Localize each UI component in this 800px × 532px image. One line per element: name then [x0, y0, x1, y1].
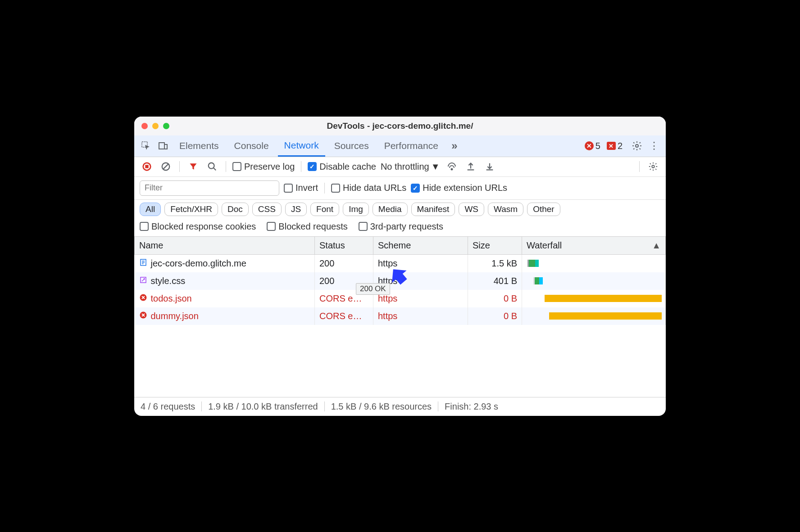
tab-sources[interactable]: Sources	[328, 135, 375, 157]
request-name: todos.json	[151, 293, 192, 304]
hide-extension-urls-label: Hide extension URLs	[423, 183, 507, 193]
export-har-icon[interactable]	[464, 159, 478, 174]
request-status: 200	[315, 254, 373, 272]
status-finish: Finish: 2.93 s	[445, 401, 498, 412]
tab-elements[interactable]: Elements	[173, 135, 225, 157]
window-titlebar: DevTools - jec-cors-demo.glitch.me/	[134, 117, 666, 135]
type-chip-font[interactable]: Font	[310, 203, 339, 216]
error-count-badge[interactable]: ✕ 5	[585, 141, 600, 151]
more-tabs-icon[interactable]: »	[447, 139, 462, 153]
svg-point-10	[451, 169, 452, 170]
status-requests: 4 / 6 requests	[141, 401, 195, 412]
type-chip-manifest[interactable]: Manifest	[411, 203, 455, 216]
network-toolbar: Preserve log Disable cache No throttling…	[134, 157, 666, 177]
request-scheme: https	[373, 307, 468, 325]
disable-cache-label: Disable cache	[319, 162, 376, 172]
file-icon	[139, 258, 147, 269]
tab-console[interactable]: Console	[228, 135, 275, 157]
network-conditions-icon[interactable]	[445, 159, 459, 174]
type-chip-all[interactable]: All	[140, 203, 161, 216]
type-chip-other[interactable]: Other	[527, 203, 560, 216]
blocked-response-cookies-checkbox[interactable]: Blocked response cookies	[140, 221, 256, 232]
additional-filters: Blocked response cookies Blocked request…	[134, 219, 666, 237]
request-row[interactable]: dummy.jsonCORS e…https0 B	[135, 307, 666, 325]
column-header-scheme[interactable]: Scheme	[373, 237, 468, 255]
invert-checkbox[interactable]: Invert	[284, 183, 318, 193]
svg-rect-2	[164, 144, 167, 149]
error-icon	[139, 311, 147, 321]
throttling-value: No throttling	[381, 162, 429, 172]
third-party-requests-label: 3rd-party requests	[370, 221, 443, 232]
svg-line-7	[163, 164, 169, 170]
type-chip-wasm[interactable]: Wasm	[488, 203, 523, 216]
column-header-waterfall[interactable]: Waterfall▲	[522, 237, 666, 255]
traffic-lights	[141, 123, 169, 129]
column-header-size[interactable]: Size	[468, 237, 522, 255]
type-chip-css[interactable]: CSS	[252, 203, 282, 216]
devtools-tabstrip: Elements Console Network Sources Perform…	[134, 135, 666, 157]
network-settings-gear-icon[interactable]	[646, 159, 660, 174]
issue-icon: ✕	[607, 142, 616, 150]
settings-gear-icon[interactable]	[630, 139, 644, 153]
svg-point-3	[636, 144, 638, 147]
record-button[interactable]	[140, 159, 154, 174]
type-chip-doc[interactable]: Doc	[222, 203, 249, 216]
request-row[interactable]: todos.jsonCORS e…https0 B	[135, 290, 666, 307]
hide-extension-urls-checkbox[interactable]: Hide extension URLs	[411, 183, 507, 193]
minimize-window-button[interactable]	[152, 123, 159, 129]
svg-rect-1	[159, 143, 164, 149]
column-header-status[interactable]: Status	[315, 237, 373, 255]
error-icon	[139, 293, 147, 304]
issue-count: 2	[618, 141, 623, 151]
third-party-requests-checkbox[interactable]: 3rd-party requests	[359, 221, 443, 232]
request-size: 401 B	[468, 272, 522, 290]
table-empty-area	[134, 325, 666, 397]
search-icon[interactable]	[205, 159, 219, 174]
tab-performance[interactable]: Performance	[378, 135, 445, 157]
svg-rect-5	[145, 165, 148, 168]
request-name: jec-cors-demo.glitch.me	[151, 258, 246, 269]
inspect-element-icon[interactable]	[139, 139, 153, 153]
preserve-log-label: Preserve log	[244, 162, 295, 172]
type-chip-ws[interactable]: WS	[459, 203, 484, 216]
invert-label: Invert	[295, 183, 318, 193]
request-status: CORS e…	[315, 307, 373, 325]
svg-point-8	[209, 163, 214, 169]
request-waterfall	[522, 290, 666, 307]
import-har-icon[interactable]	[482, 159, 497, 174]
svg-line-9	[214, 168, 216, 171]
request-size: 1.5 kB	[468, 254, 522, 272]
disable-cache-checkbox[interactable]: Disable cache	[308, 162, 376, 172]
request-size: 0 B	[468, 290, 522, 307]
type-chip-img[interactable]: Img	[343, 203, 369, 216]
blocked-requests-checkbox[interactable]: Blocked requests	[267, 221, 347, 232]
issue-count-badge[interactable]: ✕ 2	[607, 141, 623, 151]
tab-network[interactable]: Network	[278, 135, 325, 157]
cursor-arrow-icon	[386, 266, 407, 287]
kebab-menu-icon[interactable]: ⋮	[647, 139, 661, 153]
filter-bar: Invert Hide data URLs Hide extension URL…	[134, 177, 666, 200]
type-chip-media[interactable]: Media	[373, 203, 408, 216]
maximize-window-button[interactable]	[163, 123, 169, 129]
blocked-response-cookies-label: Blocked response cookies	[151, 221, 256, 232]
error-count: 5	[595, 141, 600, 151]
hide-data-urls-checkbox[interactable]: Hide data URLs	[331, 183, 406, 193]
request-name: style.css	[151, 276, 186, 286]
close-window-button[interactable]	[141, 123, 148, 129]
request-waterfall	[522, 307, 666, 325]
clear-button[interactable]	[159, 159, 173, 174]
request-waterfall	[522, 254, 666, 272]
device-toolbar-icon[interactable]	[156, 139, 170, 153]
request-waterfall	[522, 272, 666, 290]
svg-point-11	[652, 165, 655, 168]
request-size: 0 B	[468, 307, 522, 325]
preserve-log-checkbox[interactable]: Preserve log	[232, 162, 295, 172]
filter-input[interactable]	[140, 180, 279, 196]
chevron-down-icon: ▼	[431, 162, 440, 172]
filter-funnel-icon[interactable]	[186, 159, 200, 174]
devtools-window: DevTools - jec-cors-demo.glitch.me/ Elem…	[134, 117, 666, 416]
column-header-name[interactable]: Name	[135, 237, 315, 255]
type-chip-js[interactable]: JS	[285, 203, 307, 216]
type-chip-fetchxhr[interactable]: Fetch/XHR	[164, 203, 218, 216]
throttling-select[interactable]: No throttling ▼	[381, 162, 440, 172]
